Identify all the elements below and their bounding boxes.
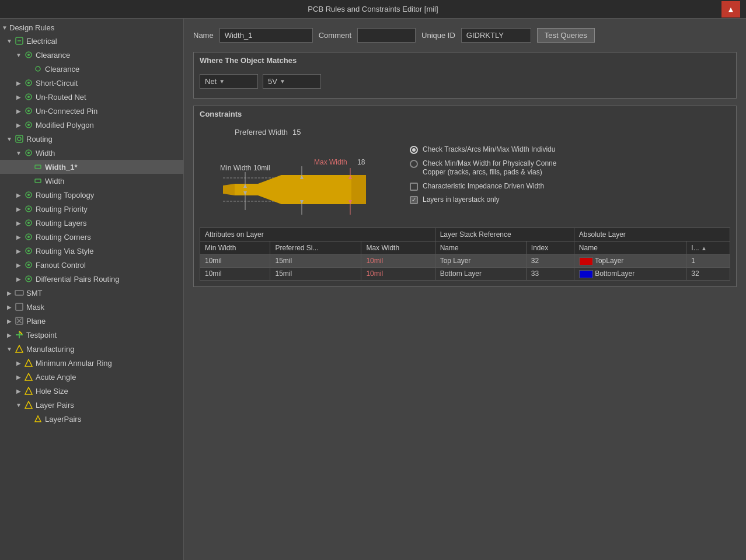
sidebar-label-electrical: Electrical — [26, 37, 57, 46]
sidebar-item-design-rules[interactable]: ▼ Design Rules — [0, 21, 183, 34]
options-area: Check Tracks/Arcs Min/Max Width Individu… — [410, 128, 730, 205]
filter-type-dropdown[interactable]: Net ▼ — [200, 74, 258, 89]
sidebar-item-routing-priority[interactable]: ▶ Routing Priority — [0, 202, 183, 216]
col-min-width: Min Width — [200, 242, 270, 255]
modified-polygon-icon — [23, 120, 34, 130]
testpoint-icon — [14, 330, 25, 340]
sidebar-item-electrical[interactable]: ▼ Electrical — [0, 34, 183, 48]
sidebar-item-testpoint[interactable]: ▶ Testpoint — [0, 328, 183, 342]
svg-point-28 — [27, 250, 30, 252]
cell-abs-idx-1: 1 — [686, 255, 730, 268]
col-abs-idx: I... ▲ — [686, 242, 730, 255]
cell-abs-color-1: TopLayer — [574, 255, 686, 268]
layer-pairs-icon — [33, 414, 43, 424]
clearance-icon — [33, 64, 43, 74]
filter-type-value: Net — [205, 77, 217, 86]
sidebar-item-layer-pairs-group[interactable]: ▼ Layer Pairs — [0, 398, 183, 412]
where-matches-title: Where The Object Matches — [194, 52, 736, 68]
sidebar-item-clearance[interactable]: ▶ Clearance — [0, 62, 183, 76]
sidebar-label-routing-topology: Routing Topology — [36, 191, 94, 200]
filter-value-dropdown[interactable]: 5V ▼ — [263, 74, 321, 89]
sidebar-item-un-routed-net[interactable]: ▶ Un-Routed Net — [0, 90, 183, 104]
sidebar-item-acute-angle[interactable]: ▶ Acute Angle — [0, 370, 183, 384]
sidebar-item-routing-topology[interactable]: ▶ Routing Topology — [0, 188, 183, 202]
svg-point-30 — [27, 264, 30, 266]
sidebar-item-short-circuit[interactable]: ▶ Short-Circuit — [0, 76, 183, 90]
svg-point-22 — [27, 208, 30, 210]
sidebar-item-routing-via-style[interactable]: ▶ Routing Via Style — [0, 244, 183, 258]
unique-id-input[interactable] — [461, 28, 531, 43]
sidebar-item-clearance-group[interactable]: ▼ Clearance — [0, 48, 183, 62]
cell-layer-name-1: Top Layer — [435, 255, 526, 268]
expand-icon: ▶ — [14, 204, 23, 214]
checkbox-layers-only[interactable] — [410, 196, 418, 204]
title-bar: PCB Rules and Constraints Editor [mil] ▲ — [0, 0, 746, 19]
sidebar-item-modified-polygon[interactable]: ▶ Modified Polygon — [0, 118, 183, 132]
col-abs-name: Name — [574, 242, 686, 255]
close-button[interactable]: ▲ — [721, 1, 740, 18]
sidebar-item-diff-pairs-routing[interactable]: ▶ Differential Pairs Routing — [0, 272, 183, 286]
main-area: ▼ Design Rules ▼ Electrical ▼ Clearance … — [0, 19, 746, 560]
svg-marker-42 — [25, 359, 32, 366]
svg-point-20 — [27, 194, 30, 196]
option-impedance-label: Characteristic Impedance Driven Width — [423, 182, 544, 191]
radio-check-tracks[interactable] — [410, 146, 418, 154]
radio-check-minmax[interactable] — [410, 160, 418, 168]
table-row[interactable]: 10mil 15mil 10mil Bottom Layer 33 Bottom… — [200, 267, 730, 280]
diff-pairs-icon — [23, 274, 34, 284]
svg-marker-46 — [35, 416, 41, 422]
sidebar-item-hole-size[interactable]: ▶ Hole Size — [0, 384, 183, 398]
sidebar-item-routing-layers[interactable]: ▶ Routing Layers — [0, 216, 183, 230]
sidebar-item-min-annular-ring[interactable]: ▶ Minimum Annular Ring — [0, 356, 183, 370]
cell-abs-color-2: BottomLayer — [574, 267, 686, 280]
table-row[interactable]: 10mil 15mil 10mil Top Layer 32 TopLayer … — [200, 255, 730, 268]
sidebar-item-width-group[interactable]: ▼ Width — [0, 146, 183, 160]
sidebar-item-routing[interactable]: ▼ Routing — [0, 132, 183, 146]
svg-point-16 — [27, 152, 30, 154]
comment-input[interactable] — [357, 28, 416, 43]
preferred-width-row: Preferred Width 15 — [200, 128, 398, 136]
option-check-minmax: Check Min/Max Width for Physically Conne… — [410, 159, 730, 177]
expand-icon: ▶ — [14, 274, 23, 284]
sidebar-label-routing-priority: Routing Priority — [36, 205, 88, 214]
sidebar-label-short-circuit: Short-Circuit — [36, 79, 78, 88]
cell-pref-size-2: 15mil — [270, 267, 361, 280]
layer-stack-ref-header: Layer Stack Reference — [435, 228, 574, 242]
sidebar-item-width[interactable]: ▶ Width — [0, 174, 183, 188]
svg-point-26 — [27, 236, 30, 238]
sidebar-item-un-connected-pin[interactable]: ▶ Un-Connected Pin — [0, 104, 183, 118]
checkbox-impedance[interactable] — [410, 183, 418, 191]
expand-icon: ▶ — [14, 358, 23, 368]
sidebar-item-manufacturing[interactable]: ▼ Manufacturing — [0, 342, 183, 356]
sidebar-label-width-group: Width — [36, 149, 55, 158]
color-swatch-blue — [579, 270, 593, 278]
sidebar-item-mask[interactable]: ▶ Mask — [0, 300, 183, 314]
sidebar-item-smt[interactable]: ▶ SMT — [0, 286, 183, 300]
name-input[interactable] — [219, 28, 313, 43]
sidebar-item-layer-pairs[interactable]: ▶ LayerPairs — [0, 412, 183, 426]
manufacturing-icon — [14, 344, 25, 354]
sidebar-item-routing-corners[interactable]: ▶ Routing Corners — [0, 230, 183, 244]
min-annular-ring-icon — [23, 358, 34, 368]
expand-icon: ▼ — [14, 148, 23, 158]
svg-point-8 — [27, 96, 30, 98]
sidebar-item-plane[interactable]: ▶ Plane — [0, 314, 183, 328]
layer-table: Attributes on Layer Layer Stack Referenc… — [200, 228, 730, 281]
svg-point-32 — [27, 278, 30, 280]
expand-icon: ▶ — [14, 260, 23, 270]
svg-rect-33 — [15, 290, 23, 295]
sidebar-label-diff-pairs-routing: Differential Pairs Routing — [36, 275, 120, 284]
sidebar-label-layer-pairs: LayerPairs — [45, 415, 81, 424]
sidebar-item-width-1[interactable]: ▶ Width_1* — [0, 160, 183, 174]
cell-abs-idx-2: 32 — [686, 267, 730, 280]
color-swatch-red — [579, 257, 593, 265]
svg-point-3 — [27, 54, 30, 56]
width-1-icon — [33, 162, 43, 172]
sidebar-label-smt: SMT — [26, 289, 42, 298]
svg-text:Max Width: Max Width — [314, 158, 347, 166]
svg-point-10 — [27, 110, 30, 112]
plane-icon — [14, 316, 25, 326]
window-title: PCB Rules and Constraints Editor [mil] — [25, 5, 721, 13]
test-queries-button[interactable]: Test Queries — [537, 28, 595, 43]
sidebar-item-fanout-control[interactable]: ▶ Fanout Control — [0, 258, 183, 272]
